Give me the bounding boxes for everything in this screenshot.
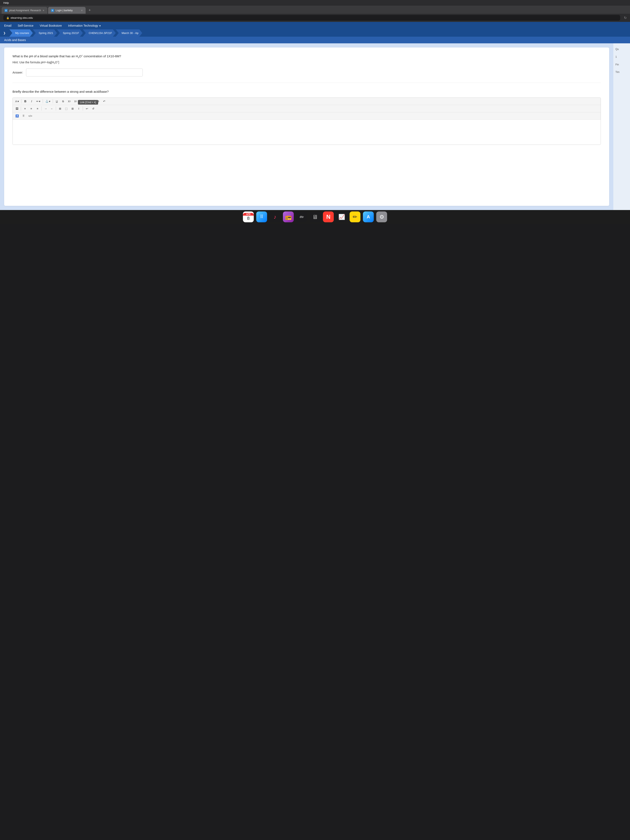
- breadcrumb-my-courses[interactable]: My courses: [9, 29, 33, 37]
- right-panel-q: Qu: [616, 47, 628, 51]
- dock-calendar-day: 8: [247, 216, 249, 221]
- dock-launchpad[interactable]: ⠿: [256, 212, 267, 222]
- tab-close-2[interactable]: ×: [81, 9, 83, 12]
- font-family-dropdown[interactable]: A ▾: [14, 99, 20, 104]
- align-left-button[interactable]: ≡: [22, 106, 28, 111]
- ordered-list-button[interactable]: ☰: [87, 98, 93, 104]
- align-right-button[interactable]: ≡: [35, 106, 40, 111]
- toolbar-row-3: ♿ ⠿ </>: [13, 112, 601, 119]
- dock-settings[interactable]: ⚙: [376, 212, 387, 222]
- right-panel-timer: Tim: [616, 70, 628, 74]
- indent-button[interactable]: →: [43, 106, 49, 111]
- dock-appletv[interactable]: étv: [296, 212, 307, 222]
- align-center-button[interactable]: ≡: [28, 106, 34, 111]
- breadcrumb-spring-2021[interactable]: Spring 2021: [33, 29, 57, 37]
- tab-favicon-2: b: [51, 9, 54, 12]
- cursor-button[interactable]: I: [76, 106, 82, 111]
- breadcrumb: ❯ My courses Spring 2021 Spring 2021F CH…: [0, 29, 630, 37]
- nav-self-service[interactable]: Self-Service: [18, 24, 33, 27]
- superscript-button[interactable]: X2: [73, 98, 79, 104]
- address-field[interactable]: 🔒 elearning.steu.edu: [3, 15, 620, 21]
- anchor-dropdown[interactable]: ⚓ ▾: [44, 99, 52, 104]
- nav-email[interactable]: Email: [4, 24, 11, 27]
- anchor-arrow: ▾: [49, 100, 51, 103]
- new-tab-button[interactable]: +: [87, 7, 93, 14]
- tab-bar: e pload Assignment: Research × b Login |…: [0, 6, 630, 14]
- dock-appstore[interactable]: A: [363, 212, 374, 222]
- breadcrumb-march30[interactable]: March 30 - Ap: [116, 29, 142, 37]
- tab-upload-assignment[interactable]: e pload Assignment: Research ×: [2, 7, 47, 14]
- unordered-list-button[interactable]: ≡: [81, 98, 87, 104]
- question-2-block: Briefly describe the difference between …: [13, 89, 601, 145]
- dock-calendar-month: APR: [243, 213, 254, 216]
- sep-7: [41, 106, 42, 111]
- sep-1: [21, 99, 22, 103]
- dock-notes[interactable]: ✏: [350, 212, 360, 222]
- insert-table-button[interactable]: ⊞: [57, 106, 63, 111]
- menu-bar: Help: [0, 0, 630, 6]
- sep-8: [56, 106, 56, 111]
- content-panel: What is the pH of a blood sample that ha…: [4, 47, 609, 206]
- notes-icon: ✏: [353, 214, 357, 220]
- subscript-button[interactable]: X2: [66, 98, 72, 104]
- clear-format-button[interactable]: ↶: [101, 98, 107, 104]
- font-family-arrow: ▾: [17, 100, 19, 103]
- address-text: elearning.steu.edu: [11, 16, 33, 19]
- dock-display[interactable]: 🖥: [309, 212, 321, 222]
- outdent-button[interactable]: ←: [49, 106, 55, 111]
- insert-image-button[interactable]: 🖼: [14, 106, 20, 111]
- breadcrumb-chem115a[interactable]: CHEM115A.SP21F: [83, 29, 116, 37]
- italic-button[interactable]: I: [29, 98, 35, 104]
- breadcrumb-current-label: Acids and Bases: [0, 37, 630, 43]
- undo-button[interactable]: ↩: [84, 106, 90, 111]
- breadcrumb-spring-2021f[interactable]: Spring 2021F: [57, 29, 83, 37]
- reload-button[interactable]: ↻: [624, 16, 627, 20]
- music-icon: ♪: [274, 214, 276, 220]
- grid-button[interactable]: ⊞: [69, 106, 76, 111]
- rich-text-editor: A ▾ B I ✏ ▾ ⚓: [13, 98, 601, 145]
- tab-close-1[interactable]: ×: [43, 9, 44, 12]
- bold-button[interactable]: B: [22, 98, 28, 104]
- dock-news[interactable]: N: [323, 212, 334, 222]
- dock-stocks[interactable]: 📈: [336, 212, 347, 222]
- right-panel-num: 1: [616, 55, 628, 59]
- right-panel-finish: Fin: [616, 63, 628, 66]
- tab-label-2: Login | bartleby: [55, 9, 79, 12]
- embed-button[interactable]: ⬚: [63, 106, 69, 111]
- display-icon: 🖥: [312, 213, 318, 220]
- nav-information-technology[interactable]: Information Technology: [68, 24, 101, 27]
- toolbar-row-2: 🖼 ≡ ≡ ≡ → ← ⊞ ⬚ ⊞ I: [13, 105, 601, 112]
- toolbar-row-1: A ▾ B I ✏ ▾ ⚓: [13, 98, 601, 105]
- menu-help[interactable]: Help: [3, 1, 9, 5]
- eraser-arrow: ▾: [39, 100, 40, 103]
- address-bar: 🔒 elearning.steu.edu ↻: [0, 14, 630, 22]
- redo-button[interactable]: ↺ Link [Cmd + k]: [90, 106, 96, 111]
- question-2-text: Briefly describe the difference between …: [13, 89, 601, 94]
- dock-music[interactable]: ♪: [270, 212, 280, 222]
- right-panel: Qu 1 Fin Tim: [613, 43, 630, 210]
- breadcrumb-home-arrow[interactable]: ❯: [0, 29, 9, 37]
- eraser-dropdown[interactable]: ✏ ▾: [35, 99, 42, 104]
- special-button[interactable]: ⚙: [95, 98, 101, 104]
- answer-input[interactable]: [26, 68, 143, 76]
- sep-2: [43, 99, 43, 103]
- launchpad-icon: ⠿: [260, 214, 263, 219]
- font-family-label: A: [15, 100, 17, 103]
- tab-bartleby[interactable]: b Login | bartleby ×: [48, 7, 85, 14]
- tab-label-1: pload Assignment: Research: [9, 9, 41, 12]
- anchor-icon: ⚓: [45, 100, 49, 103]
- dock-podcast[interactable]: 📻: [283, 212, 294, 222]
- answer-label: Answer:: [13, 71, 23, 74]
- nav-virtual-bookstore[interactable]: Virtual Bookstore: [39, 24, 62, 27]
- strikethrough-button[interactable]: S: [60, 98, 66, 104]
- news-icon: N: [326, 213, 330, 220]
- editor-toolbar: A ▾ B I ✏ ▾ ⚓: [13, 98, 601, 120]
- lock-icon: 🔒: [6, 16, 9, 19]
- editor-body[interactable]: [13, 120, 601, 145]
- accessibility-button[interactable]: ♿: [14, 113, 20, 118]
- dots-button[interactable]: ⠿: [21, 113, 27, 118]
- dock-calendar[interactable]: APR 8: [243, 212, 254, 222]
- code-button[interactable]: </>: [27, 113, 34, 118]
- dock-bar: APR 8 ⠿ ♪ 📻 étv 🖥 N 📈 ✏ A ⚙: [0, 210, 630, 224]
- underline-button[interactable]: U: [54, 98, 60, 104]
